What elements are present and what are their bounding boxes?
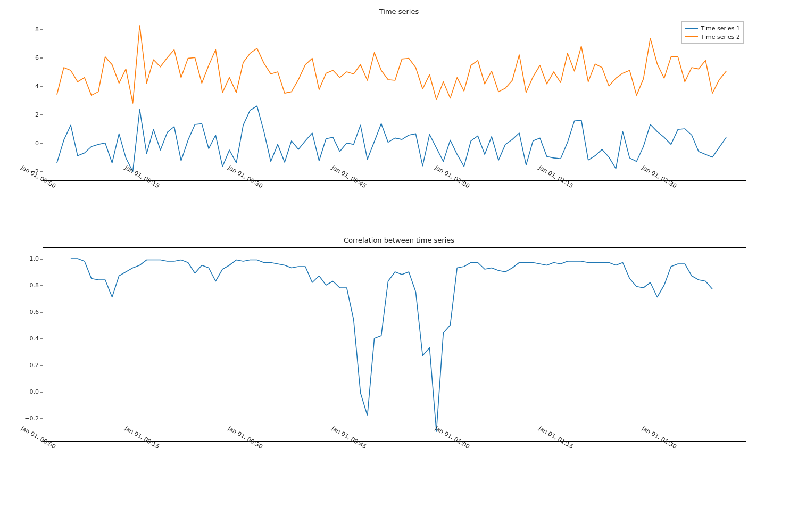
x-tick-mark	[161, 180, 161, 183]
series-line	[57, 26, 726, 103]
top-chart-axes: Time series 1 Time series 2 −202468Jan 0…	[43, 19, 746, 181]
x-tick-mark	[678, 441, 678, 444]
y-tick-label: 0.4	[30, 335, 44, 342]
series-line	[57, 106, 726, 171]
legend: Time series 1 Time series 2	[681, 21, 744, 44]
top-chart-plot-area	[43, 19, 747, 181]
x-tick-mark	[368, 441, 368, 444]
x-tick-mark	[678, 180, 678, 183]
legend-entry-series-1: Time series 1	[685, 24, 741, 32]
bottom-chart-title: Correlation between time series	[0, 236, 798, 244]
x-tick-mark	[161, 441, 161, 444]
x-tick-mark	[368, 180, 368, 183]
top-chart-title: Time series	[0, 7, 798, 15]
y-tick-label: 0	[35, 139, 43, 146]
y-tick-label: 8	[35, 26, 43, 32]
legend-label-series-1: Time series 1	[701, 25, 741, 32]
legend-swatch-series-2	[685, 36, 698, 37]
bottom-chart-axes: −0.20.00.20.40.60.81.0Jan 01, 00:00Jan 0…	[43, 247, 746, 442]
y-tick-label: 0.6	[30, 309, 44, 315]
y-tick-label: 0.2	[30, 362, 44, 369]
x-tick-mark	[264, 180, 264, 183]
legend-label-series-2: Time series 2	[701, 34, 741, 40]
y-tick-label: 1.0	[30, 255, 44, 262]
legend-swatch-series-1	[685, 28, 698, 29]
y-tick-label: 4	[35, 82, 43, 89]
x-tick-mark	[57, 441, 57, 444]
y-tick-label: −0.2	[24, 415, 43, 422]
x-tick-mark	[575, 180, 575, 183]
x-tick-mark	[471, 441, 471, 444]
legend-entry-series-2: Time series 2	[685, 32, 741, 41]
y-tick-label: 0.8	[30, 282, 44, 289]
y-tick-label: 2	[35, 111, 43, 118]
series-line	[71, 259, 712, 431]
y-tick-label: 6	[35, 54, 43, 61]
x-tick-mark	[471, 180, 471, 183]
x-tick-mark	[264, 441, 264, 444]
x-tick-mark	[57, 180, 57, 183]
figure: Time series Time series 1 Time series 2 …	[0, 0, 798, 532]
bottom-chart-plot-area	[43, 248, 747, 442]
y-tick-label: 0.0	[30, 388, 44, 395]
x-tick-mark	[575, 441, 575, 444]
